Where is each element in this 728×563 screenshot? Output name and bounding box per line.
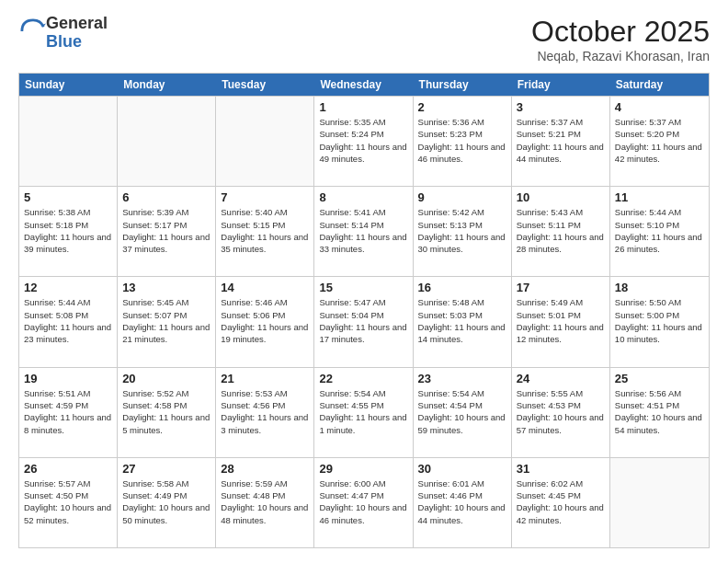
day-info: Sunrise: 5:45 AMSunset: 5:07 PMDaylight:… bbox=[122, 296, 210, 345]
day-cell: 25Sunrise: 5:56 AMSunset: 4:51 PMDayligh… bbox=[610, 368, 709, 457]
day-number: 28 bbox=[221, 462, 309, 476]
day-info: Sunrise: 5:50 AMSunset: 5:00 PMDaylight:… bbox=[615, 296, 704, 345]
day-header: Sunday bbox=[19, 74, 118, 96]
header: General Blue October 2025 Neqab, Razavi … bbox=[18, 15, 710, 63]
day-cell bbox=[19, 97, 118, 186]
day-number: 10 bbox=[517, 190, 605, 204]
day-number: 15 bbox=[319, 281, 407, 294]
day-header: Saturday bbox=[610, 74, 709, 96]
day-cell bbox=[610, 458, 709, 547]
day-info: Sunrise: 6:00 AMSunset: 4:47 PMDaylight:… bbox=[319, 477, 407, 526]
day-cell: 20Sunrise: 5:52 AMSunset: 4:58 PMDayligh… bbox=[118, 368, 216, 457]
day-info: Sunrise: 5:37 AMSunset: 5:20 PMDaylight:… bbox=[615, 116, 704, 165]
day-cell: 1Sunrise: 5:35 AMSunset: 5:24 PMDaylight… bbox=[314, 97, 413, 186]
day-cell: 7Sunrise: 5:40 AMSunset: 5:15 PMDaylight… bbox=[216, 187, 314, 276]
day-number: 27 bbox=[122, 462, 210, 476]
day-cell: 22Sunrise: 5:54 AMSunset: 4:55 PMDayligh… bbox=[314, 368, 413, 457]
day-cell: 3Sunrise: 5:37 AMSunset: 5:21 PMDaylight… bbox=[512, 97, 610, 186]
day-number: 12 bbox=[24, 281, 112, 294]
day-number: 13 bbox=[122, 281, 210, 294]
day-info: Sunrise: 5:37 AMSunset: 5:21 PMDaylight:… bbox=[517, 116, 605, 165]
title-area: October 2025 Neqab, Razavi Khorasan, Ira… bbox=[531, 15, 710, 63]
day-cell: 2Sunrise: 5:36 AMSunset: 5:23 PMDaylight… bbox=[414, 97, 512, 186]
week-row: 12Sunrise: 5:44 AMSunset: 5:08 PMDayligh… bbox=[19, 276, 709, 366]
day-info: Sunrise: 5:35 AMSunset: 5:24 PMDaylight:… bbox=[319, 116, 407, 165]
calendar: SundayMondayTuesdayWednesdayThursdayFrid… bbox=[18, 73, 710, 548]
day-cell: 27Sunrise: 5:58 AMSunset: 4:49 PMDayligh… bbox=[118, 458, 216, 547]
day-info: Sunrise: 5:54 AMSunset: 4:55 PMDaylight:… bbox=[319, 387, 407, 436]
day-cell: 16Sunrise: 5:48 AMSunset: 5:03 PMDayligh… bbox=[414, 277, 512, 366]
location: Neqab, Razavi Khorasan, Iran bbox=[531, 49, 710, 63]
day-cell: 11Sunrise: 5:44 AMSunset: 5:10 PMDayligh… bbox=[610, 187, 709, 276]
day-number: 31 bbox=[517, 462, 605, 476]
day-number: 22 bbox=[319, 372, 407, 385]
day-number: 21 bbox=[221, 372, 309, 385]
day-cell: 30Sunrise: 6:01 AMSunset: 4:46 PMDayligh… bbox=[414, 458, 512, 547]
day-info: Sunrise: 5:42 AMSunset: 5:13 PMDaylight:… bbox=[418, 206, 506, 255]
day-number: 20 bbox=[122, 372, 210, 385]
logo: General Blue bbox=[18, 15, 108, 52]
day-info: Sunrise: 5:57 AMSunset: 4:50 PMDaylight:… bbox=[24, 477, 112, 526]
day-cell: 17Sunrise: 5:49 AMSunset: 5:01 PMDayligh… bbox=[512, 277, 610, 366]
day-number: 16 bbox=[418, 281, 506, 294]
day-number: 29 bbox=[319, 462, 407, 476]
month-title: October 2025 bbox=[531, 15, 710, 49]
logo-blue-text: Blue bbox=[46, 32, 82, 51]
day-cell: 6Sunrise: 5:39 AMSunset: 5:17 PMDaylight… bbox=[118, 187, 216, 276]
day-cell: 24Sunrise: 5:55 AMSunset: 4:53 PMDayligh… bbox=[512, 368, 610, 457]
day-cell: 9Sunrise: 5:42 AMSunset: 5:13 PMDaylight… bbox=[414, 187, 512, 276]
day-info: Sunrise: 5:59 AMSunset: 4:48 PMDaylight:… bbox=[221, 477, 309, 526]
day-info: Sunrise: 5:36 AMSunset: 5:23 PMDaylight:… bbox=[418, 116, 506, 165]
day-info: Sunrise: 5:44 AMSunset: 5:08 PMDaylight:… bbox=[24, 296, 112, 345]
day-info: Sunrise: 5:39 AMSunset: 5:17 PMDaylight:… bbox=[122, 206, 210, 255]
day-number: 25 bbox=[615, 372, 704, 385]
day-number: 2 bbox=[418, 100, 506, 114]
day-info: Sunrise: 5:53 AMSunset: 4:56 PMDaylight:… bbox=[221, 387, 309, 436]
day-number: 17 bbox=[517, 281, 605, 294]
week-row: 1Sunrise: 5:35 AMSunset: 5:24 PMDaylight… bbox=[19, 96, 709, 186]
day-cell: 13Sunrise: 5:45 AMSunset: 5:07 PMDayligh… bbox=[118, 277, 216, 366]
calendar-page: General Blue October 2025 Neqab, Razavi … bbox=[0, 0, 728, 563]
day-number: 4 bbox=[615, 100, 704, 114]
day-number: 1 bbox=[319, 100, 407, 114]
day-number: 9 bbox=[418, 190, 506, 204]
day-number: 11 bbox=[615, 190, 704, 204]
day-number: 8 bbox=[319, 190, 407, 204]
day-info: Sunrise: 5:49 AMSunset: 5:01 PMDaylight:… bbox=[517, 296, 605, 345]
day-cell: 8Sunrise: 5:41 AMSunset: 5:14 PMDaylight… bbox=[314, 187, 413, 276]
week-row: 26Sunrise: 5:57 AMSunset: 4:50 PMDayligh… bbox=[19, 457, 709, 547]
day-info: Sunrise: 6:01 AMSunset: 4:46 PMDaylight:… bbox=[418, 477, 506, 526]
day-cell bbox=[216, 97, 314, 186]
day-cell bbox=[118, 97, 216, 186]
day-cell: 19Sunrise: 5:51 AMSunset: 4:59 PMDayligh… bbox=[19, 368, 118, 457]
day-header: Monday bbox=[118, 74, 216, 96]
weeks: 1Sunrise: 5:35 AMSunset: 5:24 PMDaylight… bbox=[19, 96, 709, 547]
day-cell: 31Sunrise: 6:02 AMSunset: 4:45 PMDayligh… bbox=[512, 458, 610, 547]
day-info: Sunrise: 5:52 AMSunset: 4:58 PMDaylight:… bbox=[122, 387, 210, 436]
week-row: 5Sunrise: 5:38 AMSunset: 5:18 PMDaylight… bbox=[19, 186, 709, 276]
day-cell: 5Sunrise: 5:38 AMSunset: 5:18 PMDaylight… bbox=[19, 187, 118, 276]
day-cell: 4Sunrise: 5:37 AMSunset: 5:20 PMDaylight… bbox=[610, 97, 709, 186]
day-number: 26 bbox=[24, 462, 112, 476]
day-info: Sunrise: 5:56 AMSunset: 4:51 PMDaylight:… bbox=[615, 387, 704, 436]
day-number: 24 bbox=[517, 372, 605, 385]
day-header: Wednesday bbox=[314, 74, 413, 96]
day-number: 5 bbox=[24, 190, 112, 204]
day-info: Sunrise: 5:48 AMSunset: 5:03 PMDaylight:… bbox=[418, 296, 506, 345]
day-cell: 29Sunrise: 6:00 AMSunset: 4:47 PMDayligh… bbox=[314, 458, 413, 547]
day-number: 14 bbox=[221, 281, 309, 294]
day-cell: 18Sunrise: 5:50 AMSunset: 5:00 PMDayligh… bbox=[610, 277, 709, 366]
day-number: 23 bbox=[418, 372, 506, 385]
day-cell: 14Sunrise: 5:46 AMSunset: 5:06 PMDayligh… bbox=[216, 277, 314, 366]
day-number: 7 bbox=[221, 190, 309, 204]
day-info: Sunrise: 5:41 AMSunset: 5:14 PMDaylight:… bbox=[319, 206, 407, 255]
day-cell: 15Sunrise: 5:47 AMSunset: 5:04 PMDayligh… bbox=[314, 277, 413, 366]
day-cell: 12Sunrise: 5:44 AMSunset: 5:08 PMDayligh… bbox=[19, 277, 118, 366]
day-number: 3 bbox=[517, 100, 605, 114]
day-cell: 10Sunrise: 5:43 AMSunset: 5:11 PMDayligh… bbox=[512, 187, 610, 276]
day-info: Sunrise: 5:38 AMSunset: 5:18 PMDaylight:… bbox=[24, 206, 112, 255]
day-header: Friday bbox=[512, 74, 610, 96]
day-number: 18 bbox=[615, 281, 704, 294]
day-cell: 26Sunrise: 5:57 AMSunset: 4:50 PMDayligh… bbox=[19, 458, 118, 547]
day-header: Tuesday bbox=[216, 74, 314, 96]
